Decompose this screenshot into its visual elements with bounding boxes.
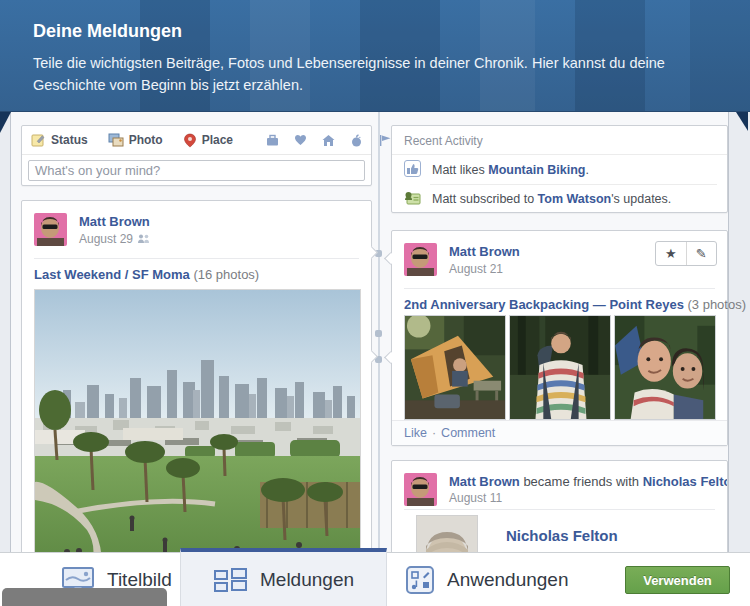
ribbon-fold-left <box>0 112 11 133</box>
divider <box>34 258 359 259</box>
post-author[interactable]: Matt Brown <box>79 214 150 229</box>
highlight-star-button[interactable]: ★ <box>656 242 687 265</box>
friend-story-headline: Matt Brown became friends with Nicholas … <box>449 474 728 489</box>
activity-text: Matt subscribed to <box>432 192 538 206</box>
collage-tile <box>690 0 750 112</box>
composer-toolbar: Status Photo Place <box>22 126 371 155</box>
post-date: August 11 <box>449 491 502 505</box>
apps-grid-icon <box>406 566 434 594</box>
flag-icon[interactable] <box>378 134 392 147</box>
status-input[interactable]: What's on your mind? <box>28 160 365 181</box>
stories-grid-icon <box>214 568 247 593</box>
activity-link[interactable]: Tom Watson <box>538 192 612 206</box>
photo-count: (3 photos) <box>684 297 746 312</box>
album-caption: Last Weekend / SF Moma (16 photos) <box>34 267 259 282</box>
home-icon[interactable] <box>322 134 335 147</box>
timeline-dot <box>375 330 382 337</box>
recent-activity-title: Recent Activity <box>404 134 483 148</box>
headline-text: became friends with <box>520 474 643 489</box>
place-button[interactable]: Place <box>183 133 233 148</box>
photo-tent[interactable] <box>404 315 506 420</box>
comment-link[interactable]: Comment <box>441 426 495 440</box>
edit-pencil-button[interactable]: ✎ <box>687 242 717 265</box>
divider <box>430 184 717 185</box>
tab-stories[interactable]: Meldungen <box>214 553 354 606</box>
apply-button[interactable]: Verwenden <box>625 566 730 594</box>
avatar[interactable] <box>404 473 437 506</box>
briefcase-icon[interactable] <box>266 134 279 147</box>
timeline-preview-body: Status Photo Place <box>10 112 729 606</box>
activity-text: 's updates. <box>611 192 671 206</box>
like-thumb-icon <box>404 160 421 181</box>
album-separator: — <box>589 297 609 312</box>
apple-icon[interactable] <box>350 134 363 147</box>
activity-item: Matt likes Mountain Biking. <box>432 163 589 177</box>
photo-label: Photo <box>129 133 163 147</box>
tab-stories-label: Meldungen <box>260 569 354 591</box>
place-label: Place <box>202 133 233 147</box>
friend-card-name[interactable]: Nicholas Felton <box>506 527 618 544</box>
divider <box>404 288 715 289</box>
photo-hiker[interactable] <box>509 315 611 420</box>
avatar[interactable] <box>404 243 437 276</box>
divider <box>392 154 727 155</box>
album-separator: / <box>121 267 132 282</box>
tab-apps-label: Anwendungen <box>447 569 569 591</box>
heart-icon[interactable] <box>294 134 307 146</box>
matt-avatar-image <box>404 473 437 506</box>
album-link[interactable]: Last Weekend <box>34 267 121 282</box>
post-date: August 29 <box>79 232 150 246</box>
photo-couple[interactable] <box>614 315 716 420</box>
status-note-icon <box>31 133 46 148</box>
album-link[interactable]: SF Moma <box>132 267 190 282</box>
post-date-text: August 29 <box>79 232 133 246</box>
dialog-header-ribbon: Deine Meldungen Teile die wichtigsten Be… <box>0 0 750 112</box>
post-date: August 21 <box>449 262 503 276</box>
dialog-description: Teile die wichtigsten Beiträge, Fotos un… <box>33 52 665 96</box>
friends-audience-icon <box>137 234 150 244</box>
album-post-sf: Matt Brown August 29 Last Weekend / SF M… <box>21 200 372 606</box>
subscribe-icon <box>404 190 421 210</box>
album-link[interactable]: Point Reyes <box>609 297 683 312</box>
album-post-backpacking: Matt Brown August 21 ★ ✎ 2nd Anniversary… <box>391 230 728 446</box>
album-link[interactable]: 2nd Anniversary Backpacking <box>404 297 589 312</box>
dialog-title: Deine Meldungen <box>33 21 182 42</box>
tab-apps[interactable]: Anwendungen <box>406 553 569 606</box>
activity-link[interactable]: Mountain Biking <box>488 163 585 177</box>
photo-button[interactable]: Photo <box>108 133 163 147</box>
description-line1: Teile die wichtigsten Beiträge, Fotos un… <box>33 55 665 71</box>
status-button[interactable]: Status <box>31 133 88 148</box>
photo-count: (16 photos) <box>190 267 259 282</box>
tooltip-fragment <box>2 588 167 606</box>
place-pin-icon <box>183 133 197 148</box>
status-composer: Status Photo Place <box>21 125 372 186</box>
photo-icon <box>108 133 124 147</box>
ribbon-fold-right <box>736 112 748 131</box>
post-author[interactable]: Matt Brown <box>449 474 520 489</box>
matt-avatar-image <box>34 213 67 246</box>
description-line2: Geschichte vom Beginn bis jetzt erzählen… <box>33 77 303 93</box>
matt-avatar-image <box>404 243 437 276</box>
footer-separator: · <box>432 426 436 440</box>
activity-text: Matt likes <box>432 163 488 177</box>
divider <box>404 509 715 510</box>
post-date-text: August 21 <box>449 262 503 276</box>
post-footer: Like · Comment <box>392 420 727 445</box>
post-action-buttons: ★ ✎ <box>655 241 717 266</box>
album-photos <box>404 315 716 420</box>
status-label: Status <box>51 133 88 147</box>
life-event-icons <box>266 134 392 147</box>
avatar[interactable] <box>34 213 67 246</box>
activity-text: . <box>585 163 588 177</box>
post-date-text: August 11 <box>449 491 502 505</box>
story-tour-dialog: Deine Meldungen Teile die wichtigsten Be… <box>0 0 750 606</box>
like-link[interactable]: Like <box>404 426 427 440</box>
friend-link[interactable]: Nicholas Felton <box>643 474 728 489</box>
recent-activity-box: Recent Activity Matt likes Mountain Biki… <box>391 125 728 213</box>
activity-item: Matt subscribed to Tom Watson's updates. <box>432 192 671 206</box>
post-author[interactable]: Matt Brown <box>449 244 520 259</box>
album-caption: 2nd Anniversary Backpacking — Point Reye… <box>404 297 746 312</box>
